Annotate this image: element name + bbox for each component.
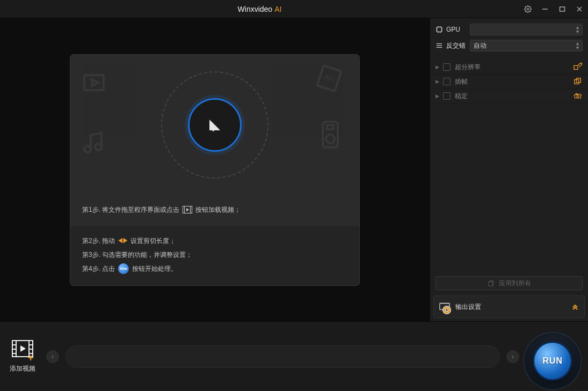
svg-rect-39 [488,282,492,286]
toggle-row-stabilize[interactable]: ▶ 稳定 [430,89,588,104]
chevron-left-icon: ‹ [52,353,54,360]
run-inline-icon: RUN [118,263,129,274]
add-video-label: 添加视频 [10,364,35,373]
output-icon [439,301,450,313]
timeline[interactable] [66,345,500,368]
svg-rect-19 [437,27,442,32]
deinterlace-value: 自动 [474,41,487,50]
chevron-up-icon [571,303,579,312]
toggle-list: ▶ 超分辨率 ▶ 插帧 ▶ [430,60,588,104]
svg-text:+: + [191,209,192,213]
output-settings-row[interactable]: 输出设置 [433,296,585,318]
svg-rect-13 [327,125,333,129]
upscale-icon [573,63,583,71]
close-icon [576,5,583,13]
stabilize-label: 稳定 [455,92,569,101]
gpu-icon [435,26,443,33]
svg-point-43 [446,308,448,311]
svg-point-12 [326,135,335,143]
svg-rect-15 [183,206,185,213]
svg-marker-6 [92,79,98,86]
minimize-button[interactable] [536,0,554,18]
timeline-next-button[interactable]: › [506,350,519,363]
checkbox-upscale[interactable] [443,63,451,71]
bottom-bar: + 添加视频 ‹ › RUN [0,321,588,391]
svg-marker-17 [186,208,189,211]
gear-icon [524,5,532,13]
svg-rect-31 [574,65,578,69]
run-button-wrap: RUN [524,332,582,390]
run-button[interactable]: RUN [534,343,571,379]
deinterlace-icon [435,42,443,49]
checkbox-stabilize[interactable] [443,92,451,100]
main-area: AVI 第1步. 将文件拖至程序界面或点击 + 按钮加载视频； [0,18,430,321]
deinterlace-label: 反交错 [446,41,466,50]
drop-zone[interactable]: AVI [70,55,359,195]
frame-interpolation-icon [573,77,583,86]
apply-all-label: 应用到所有 [499,279,531,288]
checkbox-interpolation[interactable] [443,78,451,85]
step1-text-a: 第1步. 将文件拖至程序界面或点击 [82,203,179,217]
step-1-row: 第1步. 将文件拖至程序界面或点击 + 按钮加载视频； [70,195,359,226]
timeline-prev-button[interactable]: ‹ [46,350,59,363]
app-name: Winxvideo [238,5,273,13]
deinterlace-row: 反交错 自动 ▴▾ [435,39,583,53]
settings-button[interactable] [519,0,536,18]
app-root: WinxvideoAI [0,0,588,391]
dashed-ring [161,71,268,179]
upscale-label: 超分辨率 [455,63,569,72]
svg-point-7 [84,146,91,152]
chevron-updown-icon: ▴▾ [576,41,579,50]
app-suffix: AI [274,5,281,13]
expand-caret-icon: ▶ [435,79,439,84]
svg-text:AVI: AVI [323,72,336,83]
step2-text-a: 第2步. 拖动 [82,234,115,248]
svg-marker-53 [20,345,26,352]
step4-text-a: 第4步. 点击 [82,262,115,276]
toggle-row-interpolation[interactable]: ▶ 插帧 [430,75,588,89]
chevron-updown-icon: ▴▾ [576,25,579,34]
svg-point-35 [577,95,579,97]
apply-all-button[interactable]: 应用到所有 [435,276,583,290]
add-video-icon: + [12,340,33,361]
expand-caret-icon: ▶ [435,93,439,99]
run-label: RUN [542,356,563,366]
side-top: GPU ▴▾ 反交错 自动 ▴▾ [430,18,588,58]
expand-caret-icon: ▶ [435,64,439,70]
step1-text-b: 按钮加载视频； [195,203,241,217]
step2-text-b: 设置剪切长度； [130,234,176,248]
side-panel: GPU ▴▾ 反交错 自动 ▴▾ [430,18,588,321]
plus-icon: + [28,355,35,362]
step4-text-b: 按钮开始处理。 [132,262,177,276]
maximize-icon [558,5,566,13]
gear-badge-icon [441,305,452,315]
drop-card: AVI 第1步. 将文件拖至程序界面或点击 + 按钮加载视频； [70,55,359,285]
app-title: WinxvideoAI [0,5,519,13]
svg-point-0 [527,8,529,10]
toggle-row-upscale[interactable]: ▶ 超分辨率 [430,60,588,75]
gpu-select[interactable]: ▴▾ [470,24,583,35]
add-video-button[interactable]: + 添加视频 [10,340,35,373]
steps-2-4: 第2步. 拖动 设置剪切长度； 第3步. 勾选需要的功能，并调整设置； 第4步.… [70,226,359,285]
gpu-label: GPU [446,26,460,33]
apply-all-icon [488,280,495,287]
interpolation-label: 插帧 [455,77,569,86]
titlebar: WinxvideoAI [0,0,588,18]
maximize-button[interactable] [554,0,571,18]
apply-all-wrap: 应用到所有 [430,271,588,296]
add-video-inline-icon: + [183,206,192,213]
svg-rect-5 [84,75,104,90]
step3-text: 第3步. 勾选需要的功能，并调整设置； [82,248,192,262]
chevron-right-icon: › [512,353,514,360]
stabilize-icon [573,92,583,100]
gpu-row: GPU ▴▾ [435,23,583,36]
svg-rect-2 [560,7,565,11]
minimize-icon [541,5,549,13]
output-settings-label: 输出设置 [455,303,566,312]
deinterlace-select[interactable]: 自动 ▴▾ [470,40,583,51]
window-buttons [519,0,588,18]
close-button[interactable] [571,0,588,18]
trim-handles-icon [118,238,127,244]
svg-point-8 [95,144,101,150]
body: AVI 第1步. 将文件拖至程序界面或点击 + 按钮加载视频； [0,18,588,321]
